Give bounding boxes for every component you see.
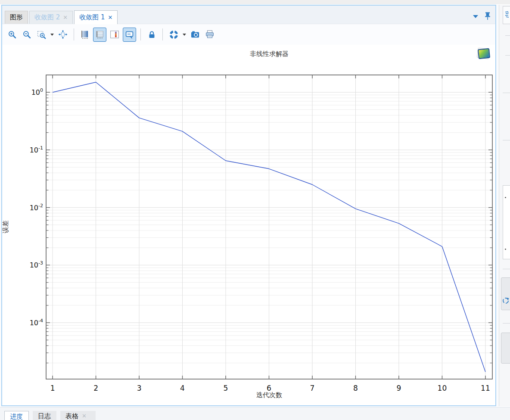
- printer-icon: [205, 30, 215, 39]
- tab-table[interactable]: 表格 ✕: [60, 411, 96, 420]
- print-button[interactable]: [203, 28, 216, 41]
- pin-icon[interactable]: [484, 12, 491, 21]
- tab-graphics[interactable]: 图形: [5, 11, 28, 24]
- grid-icon: [95, 30, 104, 39]
- plot-update-dropdown-icon[interactable]: [183, 34, 186, 36]
- dock-button-fragment[interactable]: [501, 277, 510, 310]
- toolbar-separator: [74, 28, 74, 40]
- tab-label: 日志: [38, 412, 51, 420]
- tab-label: 收敛图 1: [79, 13, 105, 22]
- graphics-tab-bar: 图形 收敛图 2 ✕ 收敛图 1 ✕: [2, 6, 495, 24]
- zoom-extents-icon: [58, 30, 68, 39]
- tab-convergence-plot-2[interactable]: 收敛图 2 ✕: [29, 11, 73, 24]
- lock-axes-button[interactable]: [145, 28, 158, 41]
- tab-label: 收敛图 2: [34, 13, 60, 22]
- plot-toolbar: [2, 24, 495, 45]
- tab-label: 表格: [65, 412, 78, 420]
- dock-tab-icon: [504, 11, 510, 19]
- plot-update-button[interactable]: [167, 28, 180, 41]
- lock-icon: [147, 30, 156, 39]
- y-axis-label: 误差: [2, 214, 10, 240]
- dock-tab-fragment[interactable]: [503, 6, 510, 24]
- x-axis-label: 迭代次数: [46, 391, 492, 399]
- dock-content-box: [503, 185, 510, 259]
- zoom-box-button[interactable]: [35, 28, 48, 41]
- snapshot-button[interactable]: [189, 28, 202, 41]
- convergence-plot[interactable]: 123456789101110010-110-210-310-4: [2, 45, 495, 405]
- tooltip-icon: [125, 30, 134, 39]
- dock-separator: [505, 55, 510, 56]
- dock-separator: [503, 323, 510, 324]
- dock-separator: [505, 35, 510, 36]
- svg-text:10-4: 10-4: [30, 318, 43, 327]
- log-axis-icon: [80, 30, 90, 39]
- toolbar-separator: [140, 28, 141, 40]
- plot-tooltip-toggle-button[interactable]: [123, 28, 136, 42]
- tab-convergence-plot-1[interactable]: 收敛图 1 ✕: [74, 10, 118, 24]
- tab-progress[interactable]: 进度: [4, 411, 29, 420]
- color-legend-icon: [110, 30, 119, 39]
- tab-log[interactable]: 日志: [33, 411, 56, 420]
- camera-icon: [190, 30, 200, 39]
- svg-text:10-3: 10-3: [30, 260, 43, 269]
- plot-canvas: 非线性求解器 123456789101110010-110-210-310-4 …: [2, 45, 495, 405]
- dock-button-fragment[interactable]: [501, 333, 510, 364]
- right-dock-panel: [499, 5, 510, 406]
- dock-bullet: [505, 249, 506, 250]
- zoom-box-dropdown-icon[interactable]: [50, 34, 54, 36]
- window-chrome-strip: [0, 0, 510, 5]
- zoom-in-icon: [8, 30, 17, 39]
- grid-toggle-button[interactable]: [93, 28, 106, 42]
- tab-label: 进度: [10, 413, 23, 420]
- bottom-dock: 进度 日志 表格 ✕: [0, 407, 510, 420]
- close-icon[interactable]: ✕: [63, 15, 68, 20]
- tab-list-dropdown-icon[interactable]: [473, 15, 478, 18]
- zoom-in-button[interactable]: [6, 28, 19, 41]
- svg-text:100: 100: [31, 87, 43, 96]
- close-icon[interactable]: ✕: [108, 15, 113, 20]
- dock-separator: [503, 269, 510, 269]
- color-legend-toggle-button[interactable]: [108, 28, 121, 41]
- dock-separator: [503, 93, 510, 93]
- zoom-out-icon: [22, 30, 31, 39]
- dock-bullet: [505, 197, 506, 198]
- close-icon[interactable]: ✕: [82, 413, 87, 419]
- zoom-out-button[interactable]: [20, 28, 33, 41]
- aperture-icon: [169, 30, 179, 40]
- dock-separator: [503, 140, 510, 140]
- svg-text:10-2: 10-2: [30, 203, 43, 212]
- svg-text:10-1: 10-1: [30, 145, 43, 154]
- zoom-box-icon: [37, 30, 46, 39]
- x-log-axis-button[interactable]: [78, 28, 91, 41]
- tab-label: 图形: [10, 13, 23, 22]
- dock-refresh-icon: [502, 297, 510, 305]
- zoom-extents-button[interactable]: [56, 28, 69, 41]
- graphics-window: 图形 收敛图 2 ✕ 收敛图 1 ✕: [1, 5, 496, 406]
- toolbar-separator: [162, 28, 163, 40]
